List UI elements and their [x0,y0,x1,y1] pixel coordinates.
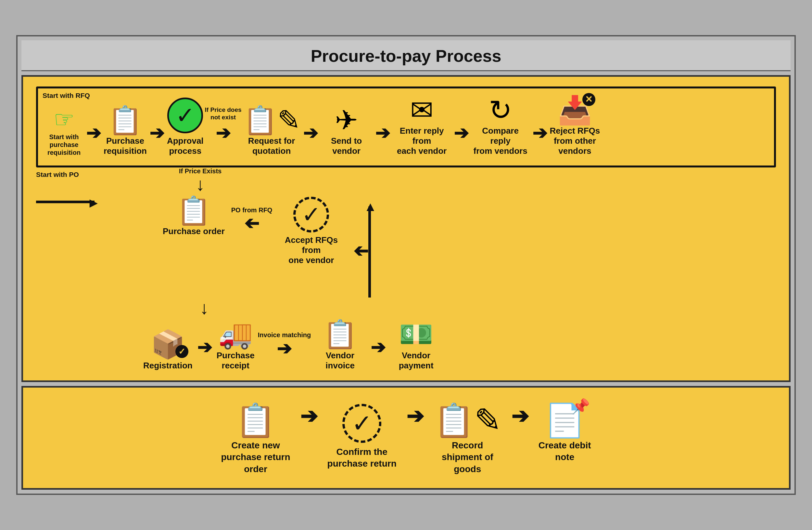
accept-rfqs-node: ✓ Accept RFQs fromone vendor [279,197,344,266]
start-pr-label: Start with purchase requisition [44,133,84,156]
arrow-b3: ➔ [511,404,529,428]
down-arrow-approval: ↓ [196,176,205,194]
vendor-payment-node: 💵 Vendor payment [390,320,442,371]
reject-icon: 📥 ✕ [558,96,592,124]
payment-icon: 💵 [399,320,433,348]
email-icon: ✉ [410,96,433,124]
clipboard-check-icon: 📋 [235,404,276,436]
record-label: Recordshipment ofgoods [442,440,493,475]
arrow-9: ➔ [371,337,386,358]
bottom-row: 📦 ✓ Registration ➔ 🚚 Purchasereceipt [143,320,442,371]
confirm-node: ✓ Confirm thepurchase return [328,404,396,470]
po-row: 📋 Purchase order PO from RFQ ➔ ✓ Accept … [120,197,776,297]
send-vendor-label: Send to vendor [321,136,373,156]
vendor-payment-label: Vendor payment [390,350,442,371]
accept-icon: ✓ [293,197,329,233]
send-icon: ✈ [335,106,358,134]
if-price-exists-section: If Price Exists ↓ [179,167,221,194]
bottom-section: 📋 Create newpurchase returnorder ➔ ✓ Con… [21,386,791,490]
page-title: Procure-to-pay Process [21,46,791,66]
cond-arrow-1: ➔ [216,123,231,143]
arrow-1: ➔ [86,123,101,143]
compare-label: Compare replyfrom vendors [471,126,530,156]
hand-icon: ☞ [54,108,75,131]
reject-label: Reject RFQsfrom othervendors [550,126,600,156]
confirm-icon: ✓ [342,404,381,443]
approval-icon: ✓ [167,98,203,133]
purchase-order-node: 📋 Purchase order [163,197,225,236]
invoice-matching-label: Invoice matching [258,331,311,339]
po-icon: 📋 [176,197,211,224]
accept-label: Accept RFQs fromone vendor [279,235,344,266]
debit-note-label: Create debitnote [538,440,591,463]
record-icon: 📋✎ [434,404,502,436]
invoice-icon: 📋 [323,320,357,348]
compare-icon: ↻ [489,96,512,124]
truck-icon: 🚚 [218,320,253,348]
start-node: ☞ Start with purchase requisition [44,108,84,156]
enter-reply-node: ✉ Enter reply fromeach vendor [393,96,451,156]
purchase-receipt-label: Purchasereceipt [217,350,255,371]
if-price-exists-label: If Price Exists [179,167,221,175]
reject-node: 📥 ✕ Reject RFQsfrom othervendors [550,96,600,156]
main-section: Start with RFQ ☞ Start with purchase req… [21,75,791,382]
rfq-label-node: Request forquotation [248,136,295,156]
create-new-node: 📋 Create newpurchase returnorder [221,404,290,475]
cond-label-1: If Price doesnot exist [205,106,242,121]
arrow-b1: ➔ [300,404,318,428]
arrow-4: ➔ [375,123,390,143]
purchase-requisition-node: 📋 Purchaserequisition [104,106,147,156]
arrow-8: ➔ [277,340,292,358]
debit-note-node: 📄 📌 Create debitnote [538,404,591,463]
requisition-icon: 📋 [108,106,142,134]
left-arrow-po: ➔ [244,215,259,233]
invoice-matching-arrow: Invoice matching ➔ [258,331,311,358]
arrow-6: ➔ [532,123,547,143]
arrow-3: ➔ [303,123,318,143]
vendor-invoice-label: Vendor invoice [314,350,366,371]
purchase-receipt-node: 🚚 Purchasereceipt [217,320,255,371]
down-arrow-po: ↓ [200,299,209,317]
approval-label: Approvalprocess [167,136,204,156]
confirm-label: Confirm thepurchase return [328,446,396,470]
arrow-b2: ➔ [406,404,424,428]
arrow-7: ➔ [197,337,212,358]
start-po-label: Start with PO [36,171,120,179]
enter-reply-label: Enter reply fromeach vendor [393,126,451,156]
long-right-arrow: ➔ ▲ [353,207,371,297]
po-from-rfq-label: PO from RFQ [231,207,273,214]
vendor-invoice-node: 📋 Vendor invoice [314,320,366,371]
send-vendor-node: ✈ Send to vendor [321,106,373,156]
debit-icon: 📄 📌 [545,404,585,436]
title-bar: Procure-to-pay Process [21,40,791,71]
rfq-node: 📋✎ Request forquotation [243,106,301,156]
arrow-5: ➔ [454,123,469,143]
bottom-flow-row: 📋 Create newpurchase returnorder ➔ ✓ Con… [36,404,776,475]
rfq-label: Start with RFQ [43,92,90,99]
registration-node: 📦 ✓ Registration [143,330,193,371]
left-arrow-accept: ➔ [353,243,368,261]
compare-node: ↻ Compare replyfrom vendors [471,96,530,156]
po-rfq-arrow-wrap: PO from RFQ ➔ [231,207,273,233]
arrow-2: ➔ [149,123,164,143]
registration-icon: 📦 ✓ [151,330,185,358]
registration-label: Registration [143,361,193,371]
purchase-order-label: Purchase order [163,226,225,236]
outer-container: Procure-to-pay Process Start with RFQ ☞ … [16,35,796,495]
create-new-label: Create newpurchase returnorder [221,440,290,475]
cond-arrow-wrap: If Price doesnot exist ➔ [205,106,242,143]
purchase-requisition-label: Purchaserequisition [104,136,147,156]
rfq-icon: 📋✎ [243,106,301,134]
approval-node: ✓ Approvalprocess [167,98,204,156]
record-node: 📋✎ Recordshipment ofgoods [434,404,502,475]
start-po-section: Start with PO ► [36,167,120,371]
